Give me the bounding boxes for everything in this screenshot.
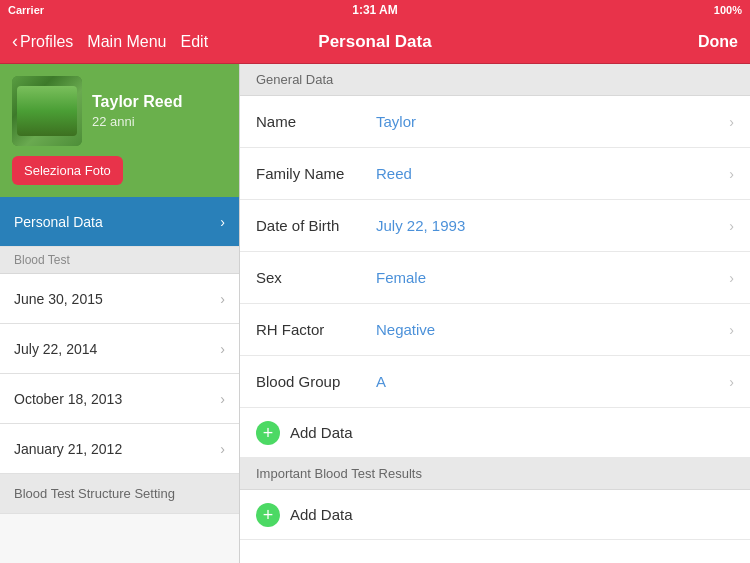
edit-button[interactable]: Edit xyxy=(181,33,209,51)
chevron-icon-2: › xyxy=(220,391,225,407)
blood-test-section-header: Blood Test xyxy=(0,247,239,274)
done-button[interactable]: Done xyxy=(698,33,738,51)
sex-chevron-icon: › xyxy=(729,270,734,286)
name-field-value: Taylor xyxy=(366,113,721,130)
blood-group-field-label: Blood Group xyxy=(256,373,366,390)
family-name-field-label: Family Name xyxy=(256,165,366,182)
profile-card: Taylor Reed 22 anni Seleziona Foto xyxy=(0,64,239,197)
personal-data-label: Personal Data xyxy=(14,214,103,230)
family-name-field-value: Reed xyxy=(366,165,721,182)
nav-bar: ‹ Profiles Main Menu Edit Personal Data … xyxy=(0,20,750,64)
battery-label: 100% xyxy=(714,4,742,16)
left-panel: Taylor Reed 22 anni Seleziona Foto Perso… xyxy=(0,64,240,563)
sidebar-item-personal-data[interactable]: Personal Data › xyxy=(0,197,239,247)
time-label: 1:31 AM xyxy=(352,3,398,17)
main-layout: Taylor Reed 22 anni Seleziona Foto Perso… xyxy=(0,64,750,563)
nav-title: Personal Data xyxy=(318,32,431,52)
back-button[interactable]: ‹ Profiles xyxy=(12,31,73,52)
add-data-button-general[interactable]: + Add Data xyxy=(240,408,750,458)
sidebar-menu: Personal Data › Blood Test June 30, 2015… xyxy=(0,197,239,563)
dob-field-label: Date of Birth xyxy=(256,217,366,234)
carrier-label: Carrier xyxy=(8,4,44,16)
select-photo-button[interactable]: Seleziona Foto xyxy=(12,156,123,185)
rh-factor-field-value: Negative xyxy=(366,321,721,338)
avatar-image xyxy=(12,76,82,146)
right-panel: General Data Name Taylor › Family Name R… xyxy=(240,64,750,563)
name-chevron-icon: › xyxy=(729,114,734,130)
add-data-label-general: Add Data xyxy=(290,424,353,441)
rh-factor-chevron-icon: › xyxy=(729,322,734,338)
blood-test-label-2: October 18, 2013 xyxy=(14,391,122,407)
add-icon-important: + xyxy=(256,503,280,527)
important-section-header: Important Blood Test Results xyxy=(240,458,750,490)
profile-age: 22 anni xyxy=(92,114,227,129)
blood-test-item-3[interactable]: January 21, 2012 › xyxy=(0,424,239,474)
sex-row[interactable]: Sex Female › xyxy=(240,252,750,304)
back-label: Profiles xyxy=(20,33,73,51)
chevron-icon-1: › xyxy=(220,341,225,357)
status-bar: Carrier 1:31 AM 100% xyxy=(0,0,750,20)
blood-test-item-0[interactable]: June 30, 2015 › xyxy=(0,274,239,324)
sex-field-label: Sex xyxy=(256,269,366,286)
name-field-label: Name xyxy=(256,113,366,130)
blood-group-row[interactable]: Blood Group A › xyxy=(240,356,750,408)
dob-field-value: July 22, 1993 xyxy=(366,217,721,234)
add-data-label-important: Add Data xyxy=(290,506,353,523)
profile-text: Taylor Reed 22 anni xyxy=(92,93,227,129)
blood-test-label-0: June 30, 2015 xyxy=(14,291,103,307)
rh-factor-row[interactable]: RH Factor Negative › xyxy=(240,304,750,356)
sex-field-value: Female xyxy=(366,269,721,286)
avatar xyxy=(12,76,82,146)
profile-info: Taylor Reed 22 anni xyxy=(12,76,227,146)
family-name-chevron-icon: › xyxy=(729,166,734,182)
blood-group-chevron-icon: › xyxy=(729,374,734,390)
blood-test-item-1[interactable]: July 22, 2014 › xyxy=(0,324,239,374)
blood-test-structure-setting[interactable]: Blood Test Structure Setting xyxy=(0,474,239,514)
back-chevron-icon: ‹ xyxy=(12,31,18,52)
personal-data-chevron-icon: › xyxy=(220,214,225,230)
profile-name: Taylor Reed xyxy=(92,93,227,111)
add-data-button-important[interactable]: + Add Data xyxy=(240,490,750,540)
blood-test-label-3: January 21, 2012 xyxy=(14,441,122,457)
add-icon-general: + xyxy=(256,421,280,445)
chevron-icon-0: › xyxy=(220,291,225,307)
main-menu-button[interactable]: Main Menu xyxy=(87,33,166,51)
family-name-row[interactable]: Family Name Reed › xyxy=(240,148,750,200)
blood-test-item-2[interactable]: October 18, 2013 › xyxy=(0,374,239,424)
chevron-icon-3: › xyxy=(220,441,225,457)
dob-row[interactable]: Date of Birth July 22, 1993 › xyxy=(240,200,750,252)
structure-setting-label: Blood Test Structure Setting xyxy=(14,486,175,501)
rh-factor-field-label: RH Factor xyxy=(256,321,366,338)
dob-chevron-icon: › xyxy=(729,218,734,234)
general-data-header: General Data xyxy=(240,64,750,96)
blood-test-label-1: July 22, 2014 xyxy=(14,341,97,357)
blood-group-field-value: A xyxy=(366,373,721,390)
name-row[interactable]: Name Taylor › xyxy=(240,96,750,148)
